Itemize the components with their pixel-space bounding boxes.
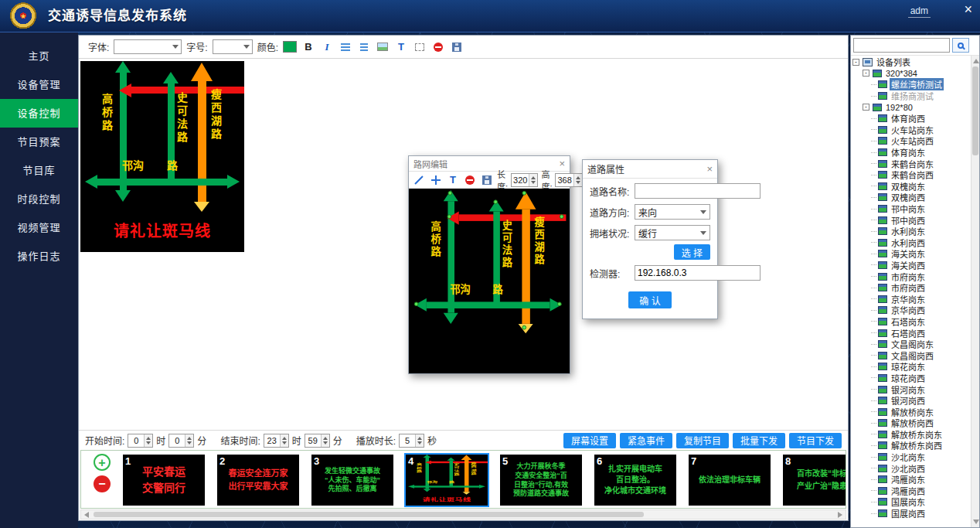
tree-device[interactable]: 沙北岗东: [852, 451, 970, 463]
program-thumbnail-1[interactable]: 1 平安春运 交警同行: [123, 455, 205, 506]
end-hour-spinner[interactable]: 23: [264, 434, 289, 448]
tree-device[interactable]: 解放桥东岗东: [852, 429, 970, 441]
tree-group[interactable]: -320*384: [852, 68, 970, 80]
close-icon[interactable]: ×: [559, 158, 565, 169]
tree-device[interactable]: 海关岗东: [852, 248, 970, 260]
sidebar-item-device-management[interactable]: 设备管理: [0, 70, 78, 99]
edit-handle[interactable]: [522, 191, 526, 196]
road-network-canvas[interactable]: 高桥路 史可法路 瘦西湖路 邗沟 路: [409, 189, 570, 373]
tree-device[interactable]: 市府岗西: [852, 282, 970, 294]
sidebar-item-operation-log[interactable]: 操作日志: [0, 242, 78, 271]
save-button[interactable]: [450, 39, 464, 54]
delete-tool-button[interactable]: [463, 172, 477, 187]
tree-group[interactable]: -192*80: [852, 101, 970, 113]
tree-device[interactable]: 解放桥岗西: [852, 417, 970, 429]
tree-device[interactable]: 银河岗西: [852, 395, 970, 407]
move-tool-button[interactable]: [429, 172, 443, 187]
tree-device[interactable]: 双槐岗西: [852, 192, 970, 203]
sidebar-item-program-plan[interactable]: 节目预案: [0, 128, 78, 156]
scroll-left-icon[interactable]: [84, 512, 89, 518]
tree-device[interactable]: 文昌阁岗东: [852, 339, 970, 350]
select-detector-button[interactable]: 选 择: [674, 244, 710, 260]
congestion-select[interactable]: 缓行: [635, 225, 710, 240]
delete-button[interactable]: [431, 39, 445, 54]
edit-handle[interactable]: [522, 325, 526, 330]
tree-device[interactable]: 市府岗东: [852, 271, 970, 282]
sidebar-item-home[interactable]: 主页: [0, 42, 78, 70]
road-direction-select[interactable]: 来向: [635, 204, 710, 220]
tree-device[interactable]: 来鹤台岗西: [852, 169, 970, 181]
color-swatch[interactable]: [283, 41, 297, 53]
edit-handle[interactable]: [447, 191, 452, 196]
program-thumbnail-5[interactable]: 5 大力开展秋冬季 交通安全整治“百 日整治”行动,有效 预防道路交通事故: [500, 455, 582, 506]
tree-root[interactable]: -设备列表: [852, 56, 970, 68]
delete-program-button[interactable]: −: [94, 475, 111, 492]
tree-device[interactable]: 解放桥岗东: [852, 406, 970, 417]
tree-device[interactable]: 火车站岗东: [852, 124, 970, 136]
tree-device[interactable]: 京华岗西: [852, 305, 970, 316]
user-menu[interactable]: adm: [908, 5, 931, 18]
sidebar-item-device-control[interactable]: 设备控制: [0, 99, 78, 128]
road-name-input[interactable]: [635, 183, 761, 199]
sidebar-item-time-control[interactable]: 时段控制: [0, 185, 78, 213]
edit-handle[interactable]: [414, 301, 419, 306]
collapse-icon[interactable]: -: [852, 59, 859, 66]
detector-input[interactable]: [635, 265, 761, 281]
scrollbar-thumb[interactable]: [972, 66, 978, 155]
program-thumbnail-3[interactable]: 3 发生轻微交通事故 “人未伤、车能动” 先拍照、后撤离: [311, 455, 393, 506]
scroll-right-icon[interactable]: [838, 512, 842, 518]
emergency-event-button[interactable]: 紧急事件: [620, 433, 672, 448]
program-thumbnail-6[interactable]: 6 扎实开展电动车 百日整治。 净化城市交通环境: [594, 455, 676, 506]
tree-device[interactable]: 水利岗西: [852, 237, 970, 249]
tree-device[interactable]: 来鹤台岗东: [852, 158, 970, 169]
tree-device[interactable]: 琼花岗东: [852, 361, 970, 373]
collapse-icon[interactable]: -: [863, 70, 869, 77]
end-minute-spinner[interactable]: 59: [305, 434, 330, 448]
tree-device[interactable]: 银河岗东: [852, 383, 970, 395]
timeline-scrollbar[interactable]: [80, 509, 846, 519]
tree-device[interactable]: 邗中岗西: [852, 214, 970, 226]
scrollbar-thumb[interactable]: [94, 512, 644, 517]
program-thumbnail-2[interactable]: 2 春运安全连万家 出行平安靠大家: [217, 455, 299, 506]
tree-device[interactable]: 沙北岗西: [852, 462, 970, 474]
sidebar-item-program-library[interactable]: 节目库: [0, 156, 78, 185]
tree-device[interactable]: 螺丝湾桥测试: [852, 79, 970, 90]
font-size-select[interactable]: [213, 39, 253, 54]
tree-device[interactable]: 水利岗东: [852, 226, 970, 237]
tree-device[interactable]: 海关岗西: [852, 260, 970, 271]
tree-device[interactable]: 解放桥东岗西: [852, 440, 970, 451]
screen-settings-button[interactable]: 屏幕设置: [563, 433, 616, 448]
start-minute-spinner[interactable]: 0: [168, 434, 194, 448]
align-left-button[interactable]: [339, 39, 352, 54]
tree-device[interactable]: 体育岗东: [852, 147, 970, 158]
tree-device[interactable]: 文昌阁岗西: [852, 349, 970, 361]
tree-device[interactable]: 国展岗东: [852, 496, 970, 508]
scroll-down-icon[interactable]: [973, 519, 979, 524]
text-tool-button[interactable]: T: [394, 39, 408, 54]
length-spinner[interactable]: 320: [511, 173, 538, 187]
close-icon[interactable]: ×: [706, 164, 713, 174]
road-network-graphic[interactable]: 高桥路 史可法路 瘦西湖路 邗沟 路: [410, 190, 566, 372]
insert-image-button[interactable]: [376, 39, 390, 54]
duration-spinner[interactable]: 5: [399, 434, 424, 448]
italic-button[interactable]: I: [320, 39, 334, 54]
program-thumbnail-7[interactable]: 7 依法治理非标车辆: [689, 455, 771, 506]
tree-device[interactable]: 石塔岗西: [852, 327, 970, 339]
batch-send-button[interactable]: 批量下发: [733, 433, 785, 448]
program-send-button[interactable]: 节目下发: [789, 433, 842, 448]
tree-scrollbar[interactable]: [971, 56, 979, 527]
sidebar-item-video-management[interactable]: 视频管理: [0, 213, 78, 242]
add-program-button[interactable]: +: [94, 454, 111, 471]
search-button[interactable]: [952, 38, 969, 53]
start-hour-spinner[interactable]: 0: [128, 434, 153, 448]
close-icon[interactable]: ×: [964, 2, 972, 17]
font-family-select[interactable]: [114, 39, 182, 54]
align-center-button[interactable]: [357, 39, 371, 54]
tree-device[interactable]: 火车站岗西: [852, 135, 970, 147]
textbox-tool-button[interactable]: [413, 39, 427, 54]
program-thumbnail-4[interactable]: 高桥路 史可法路 瘦西湖路 邗沟 路 请礼让斑马线 4: [406, 455, 488, 506]
tree-device[interactable]: 双槐岗东: [852, 181, 970, 192]
bold-button[interactable]: B: [301, 39, 315, 54]
tree-device[interactable]: 邗中岗东: [852, 203, 970, 215]
edit-handle[interactable]: [447, 214, 452, 219]
